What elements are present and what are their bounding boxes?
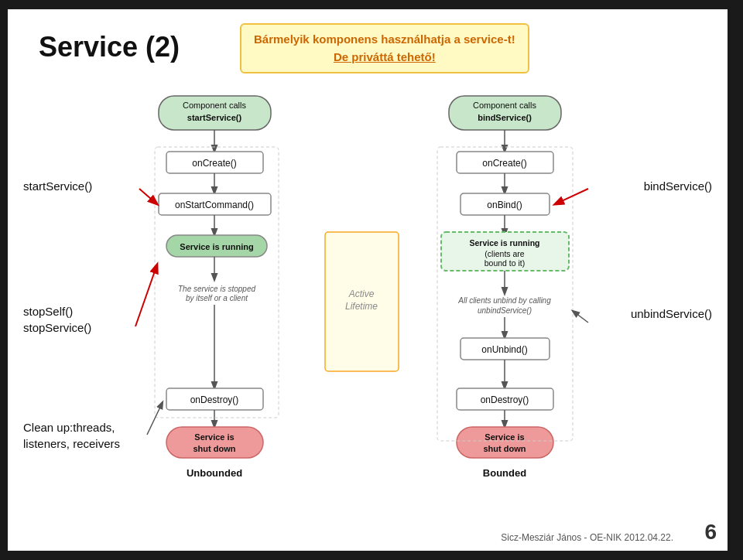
svg-line-57: [135, 265, 157, 326]
svg-text:Service is running: Service is running: [469, 238, 539, 248]
svg-text:onDestroy(): onDestroy(): [481, 394, 529, 405]
svg-text:Bounded: Bounded: [483, 467, 526, 479]
svg-line-59: [555, 189, 588, 204]
diagram-svg: Component calls startService() onCreate(…: [15, 94, 720, 528]
svg-text:shut down: shut down: [193, 444, 236, 453]
svg-text:Unbounded: Unbounded: [187, 467, 242, 479]
slide-number: 6: [704, 520, 717, 545]
slide-title: Service (2): [39, 31, 180, 63]
svg-text:Component calls: Component calls: [473, 101, 536, 110]
svg-text:bindService(): bindService(): [478, 113, 532, 122]
svg-text:onCreate(): onCreate(): [192, 158, 236, 169]
svg-text:The service is stopped: The service is stopped: [178, 285, 255, 293]
svg-rect-54: [155, 147, 279, 418]
svg-text:Service is: Service is: [484, 432, 524, 442]
top-note: Bármelyik komponens használhatja a servi…: [240, 23, 529, 73]
footer-text: Sicz-Mesziár János - OE-NIK 2012.04.22.: [501, 532, 673, 543]
svg-text:Service is: Service is: [194, 432, 234, 442]
svg-text:by itself or a client: by itself or a client: [186, 294, 248, 302]
diagram-area: startService() stopSelf()stopService() C…: [15, 94, 720, 528]
svg-text:Lifetime: Lifetime: [345, 301, 378, 312]
svg-text:bound to it): bound to it): [484, 258, 526, 268]
svg-text:Active: Active: [348, 289, 375, 299]
top-note-line2: De priváttá tehető!: [254, 49, 515, 67]
svg-text:unbindService(): unbindService(): [478, 306, 532, 315]
svg-text:Component calls: Component calls: [183, 101, 246, 110]
svg-text:onDestroy(): onDestroy(): [190, 394, 239, 405]
svg-text:Service is running: Service is running: [180, 242, 253, 251]
top-note-line1: Bármelyik komponens használhatja a servi…: [254, 31, 515, 49]
svg-rect-47: [457, 427, 553, 458]
svg-text:shut down: shut down: [484, 444, 526, 453]
svg-line-60: [573, 311, 588, 323]
svg-text:startService(): startService(): [187, 113, 242, 122]
svg-text:All clients unbind by calling: All clients unbind by calling: [457, 296, 551, 305]
svg-text:onUnbind(): onUnbind(): [481, 344, 527, 355]
svg-rect-19: [166, 427, 263, 458]
svg-text:(clients are: (clients are: [484, 249, 525, 258]
svg-text:onStartCommand(): onStartCommand(): [175, 200, 254, 210]
slide: Service (2) Bármelyik komponens használh…: [8, 9, 728, 551]
svg-text:onBind(): onBind(): [487, 200, 522, 210]
svg-text:onCreate(): onCreate(): [482, 158, 526, 169]
